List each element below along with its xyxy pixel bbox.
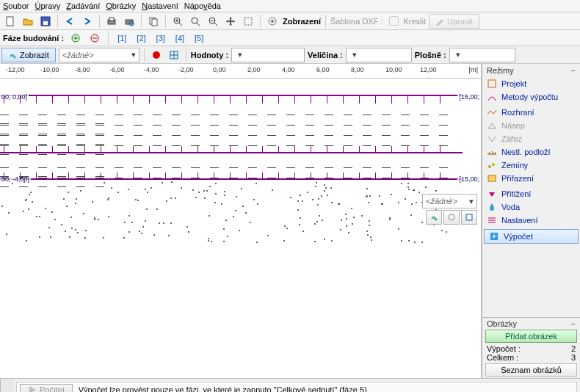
mode-item-assign[interactable]: Přiřazení (482, 172, 580, 185)
display-settings-icon[interactable] (265, 14, 280, 29)
ruler-tick: -12,00 (6, 66, 25, 73)
mode-item-surcharge[interactable]: Přitížení (482, 187, 580, 200)
copy-icon[interactable] (146, 14, 161, 29)
calculate-button: Počítej (20, 384, 73, 392)
pan-icon[interactable] (223, 14, 238, 29)
phase-2[interactable]: [2] (134, 33, 148, 43)
print-preview-icon[interactable] (122, 14, 137, 29)
undo-icon[interactable] (62, 14, 77, 29)
phase-bar: Fáze budování : [1] [2] [3] [4] [5] (0, 30, 580, 46)
svg-point-13 (192, 18, 197, 23)
svg-point-37 (449, 214, 454, 220)
calc-pictures-label: Výpočet : (487, 344, 521, 353)
phase-1[interactable]: [1] (115, 33, 129, 43)
phase-4[interactable]: [4] (173, 33, 187, 43)
graph-canvas[interactable]: // ruler generated inline below via stat… (0, 64, 482, 378)
ruler-tick: 2,00 (247, 66, 261, 73)
menu-settings[interactable]: Nastavení (142, 1, 178, 10)
mode-item-label: Metody výpočtu (501, 92, 558, 101)
coord-bottom-left: 00; -4,50] (0, 175, 31, 183)
mode-item-label: Voda (501, 203, 520, 211)
mini-tools (426, 210, 477, 225)
menu-bar: Soubor Úpravy Zadávání Obrázky Nastavení… (0, 0, 580, 12)
ruler-tick: 8,00 (351, 66, 364, 73)
magnitude-combo[interactable] (346, 48, 412, 62)
mini-wrench-icon[interactable] (426, 210, 442, 225)
mode-item-interfaces[interactable]: Rozhraní (482, 106, 580, 119)
mode-item-label: Nestl. podloží (501, 148, 551, 156)
svg-line-14 (197, 23, 200, 26)
mini-grid-icon[interactable] (461, 210, 477, 225)
mode-item-embank: Násep (482, 119, 580, 132)
svg-point-32 (492, 163, 495, 166)
mode-item-label: Zářez (501, 134, 522, 143)
total-pictures-label: Celkem : (487, 353, 518, 362)
picture-list-button[interactable]: Seznam obrázků (485, 363, 577, 377)
surface-label: Plošně : (415, 51, 446, 59)
phase-add-icon[interactable] (68, 31, 83, 46)
save-file-icon[interactable] (38, 14, 53, 29)
pictures-panel: Obrázky− Přidat obrázek Výpočet : 2 Celk… (482, 317, 580, 378)
svg-rect-38 (466, 214, 472, 220)
redo-icon[interactable] (80, 14, 95, 29)
ruler-tick: 12,00 (420, 66, 437, 73)
grid-icon[interactable] (167, 48, 181, 62)
display-label[interactable]: Zobrazení (283, 17, 321, 26)
fit-icon[interactable] (241, 14, 255, 29)
add-picture-button[interactable]: Přidat obrázek (485, 330, 577, 343)
mini-display-combo[interactable]: <žádné> (422, 194, 477, 208)
magnitude-label: Veličina : (308, 51, 343, 59)
surcharge-icon (487, 189, 497, 199)
display-button[interactable]: Zobrazit (1, 48, 56, 62)
bottom-tab-calc[interactable]: Výpočet (0, 379, 13, 392)
svg-rect-33 (488, 175, 496, 181)
open-file-icon[interactable] (21, 14, 35, 29)
embank-icon (487, 120, 497, 131)
svg-point-26 (153, 51, 160, 59)
ruler-tick: -2,00 (178, 66, 194, 73)
display-combo[interactable]: <žádné> (59, 48, 139, 62)
mode-item-soils[interactable]: Zeminy (482, 159, 580, 172)
pictures-title: Obrázky− (485, 319, 577, 328)
svg-rect-0 (7, 17, 13, 26)
new-file-icon[interactable] (3, 14, 18, 29)
print-icon[interactable] (104, 14, 119, 29)
ruler-tick: -6,00 (109, 66, 125, 73)
water-icon (487, 202, 497, 212)
ruler-tick: -4,00 (144, 66, 159, 73)
mode-item-water[interactable]: Voda (482, 200, 580, 214)
mode-item-calc[interactable]: Výpočet (484, 229, 579, 244)
zoom-window-icon[interactable] (188, 14, 203, 29)
menu-help[interactable]: Nápověda (184, 1, 221, 10)
dxf-draw-checkbox (389, 16, 399, 26)
svg-point-31 (488, 165, 491, 168)
menu-input[interactable]: Zadávání (66, 1, 100, 10)
menu-pictures[interactable]: Obrázky (106, 1, 136, 10)
mode-item-label: Přitížení (501, 189, 531, 198)
values-combo[interactable] (231, 48, 305, 62)
project-icon (487, 79, 497, 89)
main-toolbar: Zobrazení Šablona DXF : Kreslit Upravit (0, 12, 580, 30)
phase-remove-icon[interactable] (87, 31, 102, 46)
coord-top-left: 00; 0,00] (0, 93, 29, 101)
stratum-middle (0, 155, 463, 180)
mode-item-methods[interactable]: Metody výpočtu (482, 90, 580, 104)
svg-point-20 (271, 20, 274, 23)
assign-icon (487, 173, 497, 184)
mode-item-project[interactable]: Projekt (482, 77, 580, 90)
menu-edit[interactable]: Úpravy (35, 1, 60, 10)
menu-file[interactable]: Soubor (3, 1, 29, 10)
record-icon[interactable] (149, 48, 164, 62)
phase-5[interactable]: [5] (192, 33, 206, 43)
surface-combo[interactable] (449, 48, 515, 62)
mode-item-bedrock[interactable]: Nestl. podloží (482, 145, 580, 159)
wrench-icon (8, 51, 17, 59)
bottom-panel: Výpočet Počítej Výpočet lze provést pouz… (0, 378, 580, 392)
phase-3[interactable]: [3] (153, 33, 168, 43)
zoom-out-icon[interactable] (206, 14, 220, 29)
zoom-in-icon[interactable] (170, 14, 185, 29)
svg-line-10 (179, 23, 182, 26)
mode-item-label: Zeminy (501, 161, 528, 170)
mode-item-settings[interactable]: Nastavení (482, 214, 580, 227)
mini-circle-icon[interactable] (443, 210, 460, 225)
